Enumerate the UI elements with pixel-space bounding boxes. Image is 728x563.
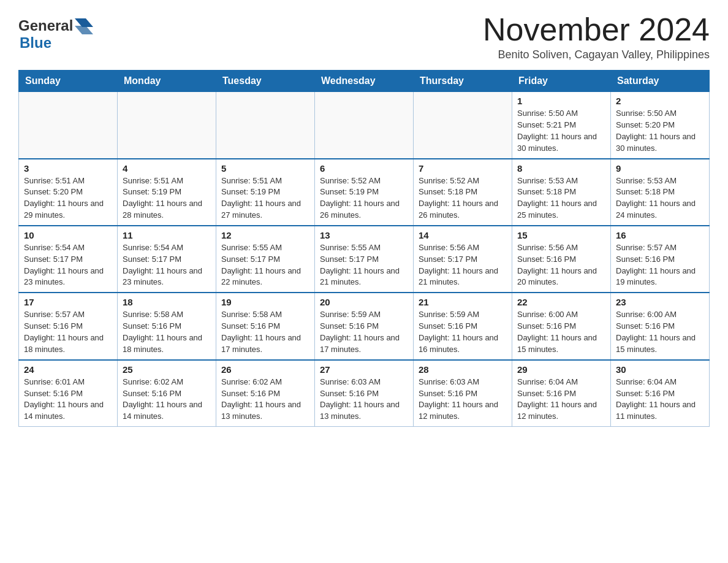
table-row	[315, 92, 414, 159]
day-info: Sunrise: 5:56 AMSunset: 5:16 PMDaylight:…	[517, 242, 605, 288]
calendar-row: 10Sunrise: 5:54 AMSunset: 5:17 PMDayligh…	[19, 226, 710, 293]
table-row: 2Sunrise: 5:50 AMSunset: 5:20 PMDaylight…	[611, 92, 710, 159]
header-thursday: Thursday	[414, 71, 512, 92]
day-number: 30	[616, 364, 704, 375]
table-row: 25Sunrise: 6:02 AMSunset: 5:16 PMDayligh…	[118, 360, 216, 427]
table-row: 3Sunrise: 5:51 AMSunset: 5:20 PMDaylight…	[19, 159, 118, 226]
day-info: Sunrise: 5:54 AMSunset: 5:17 PMDaylight:…	[123, 242, 211, 288]
header-tuesday: Tuesday	[216, 71, 315, 92]
calendar-row: 17Sunrise: 5:57 AMSunset: 5:16 PMDayligh…	[19, 293, 710, 359]
table-row	[216, 92, 315, 159]
weekday-header-row: Sunday Monday Tuesday Wednesday Thursday…	[19, 71, 710, 92]
day-info: Sunrise: 5:53 AMSunset: 5:18 PMDaylight:…	[517, 175, 605, 221]
day-number: 21	[419, 297, 507, 307]
day-info: Sunrise: 5:51 AMSunset: 5:19 PMDaylight:…	[123, 175, 211, 221]
day-info: Sunrise: 5:52 AMSunset: 5:19 PMDaylight:…	[320, 175, 408, 221]
table-row: 18Sunrise: 5:58 AMSunset: 5:16 PMDayligh…	[118, 293, 216, 359]
table-row: 1Sunrise: 5:50 AMSunset: 5:21 PMDaylight…	[512, 92, 611, 159]
logo-blue-text: Blue	[20, 34, 51, 51]
day-info: Sunrise: 5:50 AMSunset: 5:21 PMDaylight:…	[517, 108, 605, 154]
calendar-row: 1Sunrise: 5:50 AMSunset: 5:21 PMDaylight…	[19, 92, 710, 159]
day-info: Sunrise: 6:00 AMSunset: 5:16 PMDaylight:…	[616, 309, 704, 355]
table-row: 13Sunrise: 5:55 AMSunset: 5:17 PMDayligh…	[315, 226, 414, 293]
day-number: 24	[24, 364, 112, 375]
day-number: 25	[123, 364, 211, 375]
table-row: 17Sunrise: 5:57 AMSunset: 5:16 PMDayligh…	[19, 293, 118, 359]
table-row: 9Sunrise: 5:53 AMSunset: 5:18 PMDaylight…	[611, 159, 710, 226]
day-number: 23	[616, 297, 704, 307]
month-title: November 2024	[483, 12, 710, 47]
table-row: 7Sunrise: 5:52 AMSunset: 5:18 PMDaylight…	[414, 159, 512, 226]
logo: General Blue	[18, 17, 93, 52]
day-number: 26	[221, 364, 309, 375]
day-number: 16	[616, 230, 704, 240]
day-info: Sunrise: 6:00 AMSunset: 5:16 PMDaylight:…	[517, 309, 605, 355]
day-number: 13	[320, 230, 408, 240]
day-info: Sunrise: 5:51 AMSunset: 5:20 PMDaylight:…	[24, 175, 112, 221]
day-info: Sunrise: 5:53 AMSunset: 5:18 PMDaylight:…	[616, 175, 704, 221]
day-number: 27	[320, 364, 408, 375]
day-info: Sunrise: 5:57 AMSunset: 5:16 PMDaylight:…	[616, 242, 704, 288]
day-info: Sunrise: 5:59 AMSunset: 5:16 PMDaylight:…	[419, 309, 507, 355]
day-number: 1	[517, 96, 605, 106]
day-info: Sunrise: 6:03 AMSunset: 5:16 PMDaylight:…	[419, 377, 507, 423]
header-sunday: Sunday	[19, 71, 118, 92]
table-row: 23Sunrise: 6:00 AMSunset: 5:16 PMDayligh…	[611, 293, 710, 359]
table-row: 11Sunrise: 5:54 AMSunset: 5:17 PMDayligh…	[118, 226, 216, 293]
logo-icon	[75, 18, 93, 34]
day-info: Sunrise: 6:03 AMSunset: 5:16 PMDaylight:…	[320, 377, 408, 423]
calendar-table: Sunday Monday Tuesday Wednesday Thursday…	[18, 70, 710, 427]
day-info: Sunrise: 6:04 AMSunset: 5:16 PMDaylight:…	[517, 377, 605, 423]
day-number: 2	[616, 96, 704, 106]
title-block: November 2024 Benito Soliven, Cagayan Va…	[483, 12, 710, 61]
table-row	[118, 92, 216, 159]
day-number: 14	[419, 230, 507, 240]
table-row: 30Sunrise: 6:04 AMSunset: 5:16 PMDayligh…	[611, 360, 710, 427]
day-number: 18	[123, 297, 211, 307]
calendar-row: 3Sunrise: 5:51 AMSunset: 5:20 PMDaylight…	[19, 159, 710, 226]
day-info: Sunrise: 5:50 AMSunset: 5:20 PMDaylight:…	[616, 108, 704, 154]
day-info: Sunrise: 5:58 AMSunset: 5:16 PMDaylight:…	[123, 309, 211, 355]
day-info: Sunrise: 5:55 AMSunset: 5:17 PMDaylight:…	[320, 242, 408, 288]
day-info: Sunrise: 5:52 AMSunset: 5:18 PMDaylight:…	[419, 175, 507, 221]
table-row	[19, 92, 118, 159]
table-row: 10Sunrise: 5:54 AMSunset: 5:17 PMDayligh…	[19, 226, 118, 293]
day-info: Sunrise: 6:04 AMSunset: 5:16 PMDaylight:…	[616, 377, 704, 423]
header-saturday: Saturday	[611, 71, 710, 92]
day-number: 5	[221, 163, 309, 174]
page-header: General Blue November 2024 Benito Solive…	[18, 12, 710, 61]
table-row: 19Sunrise: 5:58 AMSunset: 5:16 PMDayligh…	[216, 293, 315, 359]
calendar-row: 24Sunrise: 6:01 AMSunset: 5:16 PMDayligh…	[19, 360, 710, 427]
day-number: 7	[419, 163, 507, 174]
day-info: Sunrise: 6:01 AMSunset: 5:16 PMDaylight:…	[24, 377, 112, 423]
logo-general-text: General	[18, 17, 73, 34]
table-row: 29Sunrise: 6:04 AMSunset: 5:16 PMDayligh…	[512, 360, 611, 427]
header-friday: Friday	[512, 71, 611, 92]
svg-marker-1	[75, 26, 93, 34]
day-number: 6	[320, 163, 408, 174]
table-row: 15Sunrise: 5:56 AMSunset: 5:16 PMDayligh…	[512, 226, 611, 293]
header-monday: Monday	[118, 71, 216, 92]
header-wednesday: Wednesday	[315, 71, 414, 92]
day-info: Sunrise: 5:51 AMSunset: 5:19 PMDaylight:…	[221, 175, 309, 221]
day-info: Sunrise: 5:55 AMSunset: 5:17 PMDaylight:…	[221, 242, 309, 288]
day-info: Sunrise: 5:56 AMSunset: 5:17 PMDaylight:…	[419, 242, 507, 288]
day-number: 12	[221, 230, 309, 240]
day-number: 29	[517, 364, 605, 375]
table-row: 27Sunrise: 6:03 AMSunset: 5:16 PMDayligh…	[315, 360, 414, 427]
day-info: Sunrise: 6:02 AMSunset: 5:16 PMDaylight:…	[123, 377, 211, 423]
day-info: Sunrise: 6:02 AMSunset: 5:16 PMDaylight:…	[221, 377, 309, 423]
table-row: 24Sunrise: 6:01 AMSunset: 5:16 PMDayligh…	[19, 360, 118, 427]
day-number: 3	[24, 163, 112, 174]
table-row: 6Sunrise: 5:52 AMSunset: 5:19 PMDaylight…	[315, 159, 414, 226]
day-info: Sunrise: 5:57 AMSunset: 5:16 PMDaylight:…	[24, 309, 112, 355]
table-row: 16Sunrise: 5:57 AMSunset: 5:16 PMDayligh…	[611, 226, 710, 293]
table-row: 8Sunrise: 5:53 AMSunset: 5:18 PMDaylight…	[512, 159, 611, 226]
day-number: 28	[419, 364, 507, 375]
day-number: 10	[24, 230, 112, 240]
svg-marker-0	[75, 18, 93, 27]
day-number: 20	[320, 297, 408, 307]
day-number: 19	[221, 297, 309, 307]
day-number: 4	[123, 163, 211, 174]
day-number: 11	[123, 230, 211, 240]
